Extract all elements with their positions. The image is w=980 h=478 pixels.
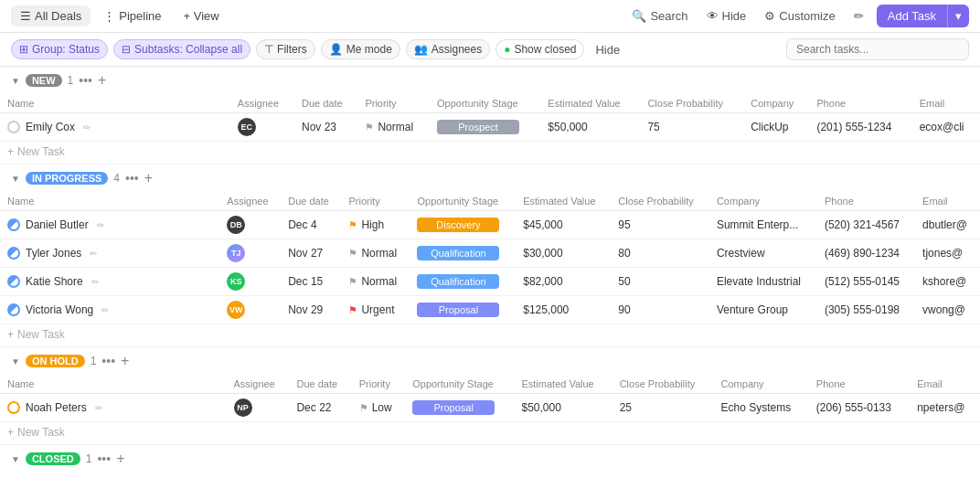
email-cell: vwong@ xyxy=(915,296,980,324)
table-row: Katie Shore ✏ KS Dec 15 ⚑ Normal Qualifi… xyxy=(0,268,980,296)
task-name-text[interactable]: Daniel Butler xyxy=(26,218,89,231)
task-edit-icon[interactable]: ✏ xyxy=(90,249,97,259)
task-edit-icon[interactable]: ✏ xyxy=(91,277,99,287)
priority-label: Normal xyxy=(378,121,413,133)
avatar: TJ xyxy=(227,244,245,262)
section-add-new[interactable]: + xyxy=(98,72,106,89)
search-tasks-input[interactable] xyxy=(786,38,969,60)
col-header-phone: Phone xyxy=(817,192,915,211)
section-dots-in-progress[interactable]: ••• xyxy=(125,171,139,186)
close-probability-cell: 95 xyxy=(611,211,709,239)
tab-view-label: + View xyxy=(184,9,219,23)
section-add-closed[interactable]: + xyxy=(116,451,124,467)
stage-cell: Discovery xyxy=(410,211,516,239)
search-action[interactable]: 🔍 Search xyxy=(626,6,693,26)
priority-flag: ⚑ Normal xyxy=(348,247,402,260)
task-edit-icon[interactable]: ✏ xyxy=(97,220,104,230)
section-add-on-hold[interactable]: + xyxy=(121,353,129,369)
tab-view[interactable]: + View xyxy=(175,5,229,27)
col-header-due-date: Due date xyxy=(294,94,357,113)
plus-icon: + xyxy=(7,426,14,439)
new-task-cell: + New Task xyxy=(0,422,980,445)
subtasks-chip[interactable]: ⊟ Subtasks: Collapse all xyxy=(113,39,250,59)
section-toggle-closed[interactable]: ▼ xyxy=(11,454,20,464)
search-icon: 🔍 xyxy=(632,9,646,23)
task-edit-icon[interactable]: ✏ xyxy=(101,305,109,315)
due-date-cell: Dec 15 xyxy=(281,268,341,296)
filters-chip[interactable]: ⊤ Filters xyxy=(256,39,315,59)
task-edit-icon[interactable]: ✏ xyxy=(83,122,91,133)
flag-icon: ⚑ xyxy=(359,402,368,414)
col-header-phone: Phone xyxy=(809,473,911,478)
section-toggle-new[interactable]: ▼ xyxy=(11,76,20,86)
email-cell: tjones@ xyxy=(915,239,980,268)
hide-action[interactable]: 👁 Hide xyxy=(701,6,752,26)
company-cell: Echo Systems xyxy=(714,394,809,422)
task-name-text[interactable]: Tyler Jones xyxy=(26,247,81,260)
task-circle xyxy=(7,401,20,414)
estimated-value-cell: $45,000 xyxy=(516,211,611,239)
flag-icon: ⚑ xyxy=(348,219,357,231)
add-task-arrow-icon[interactable]: ▾ xyxy=(947,5,969,27)
section-badge-on-hold: ON HOLD xyxy=(26,355,85,367)
estimated-value-cell: $50,000 xyxy=(540,113,640,142)
new-task-button[interactable]: + New Task xyxy=(7,426,973,439)
hide-text-label: Hide xyxy=(595,43,620,57)
group-status-chip[interactable]: ⊞ Group: Status xyxy=(11,39,108,59)
section-toggle-in-progress[interactable]: ▼ xyxy=(11,174,20,184)
assignees-chip[interactable]: 👥 Assignees xyxy=(406,39,490,59)
col-header-name: Name xyxy=(0,192,219,211)
col-header-company: Company xyxy=(714,375,809,394)
section-on-hold: ▼ ON HOLD 1 ••• + NameAssigneeDue datePr… xyxy=(0,347,980,445)
col-header-company: Company xyxy=(743,94,809,113)
new-task-button[interactable]: + New Task xyxy=(7,328,973,341)
task-name-text[interactable]: Emily Cox xyxy=(26,121,75,133)
stage-cell: Qualification xyxy=(410,268,516,296)
assignee-cell: TJ xyxy=(219,239,281,268)
stage-badge: Qualification xyxy=(417,274,499,289)
show-closed-chip[interactable]: ● Show closed xyxy=(495,39,584,59)
avatar: EC xyxy=(238,118,256,136)
assignee-cell: NP xyxy=(227,394,290,422)
section-dots-closed[interactable]: ••• xyxy=(97,451,111,466)
section-dots-on-hold[interactable]: ••• xyxy=(101,354,115,368)
task-name-text[interactable]: Victoria Wong xyxy=(26,303,93,316)
section-header-on-hold[interactable]: ▼ ON HOLD 1 ••• + xyxy=(0,347,980,375)
tab-pipeline[interactable]: ⋮ Pipeline xyxy=(94,5,170,27)
estimated-value-cell: $30,000 xyxy=(516,239,611,268)
assignees-label: Assignees xyxy=(431,43,482,56)
edit-action[interactable]: ✏ xyxy=(848,6,869,26)
col-header-close-probability: Close Probability xyxy=(640,94,743,113)
check-circle-icon: ● xyxy=(504,43,510,56)
company-cell: Summit Enterp... xyxy=(709,211,817,239)
section-dots-new[interactable]: ••• xyxy=(79,73,92,88)
add-task-button[interactable]: Add Task ▾ xyxy=(877,5,969,27)
task-name-text[interactable]: Katie Shore xyxy=(26,275,83,288)
stage-badge: Discovery xyxy=(417,218,499,232)
section-header-in-progress[interactable]: ▼ IN PROGRESS 4 ••• + xyxy=(0,165,980,192)
priority-flag: ⚑ Normal xyxy=(365,121,422,133)
avatar: KS xyxy=(227,272,245,291)
tab-all-deals[interactable]: ☰ All Deals xyxy=(11,5,91,27)
customize-action[interactable]: ⚙ Customize xyxy=(759,6,840,26)
col-header-email: Email xyxy=(915,192,980,211)
col-header-company: Company xyxy=(723,473,808,478)
section-header-closed[interactable]: ▼ CLOSED 1 ••• + xyxy=(0,445,980,473)
task-edit-icon[interactable]: ✏ xyxy=(95,403,102,413)
hide-button[interactable]: Hide xyxy=(590,40,625,59)
me-mode-chip[interactable]: 👤 Me mode xyxy=(321,39,400,59)
task-name-text[interactable]: Noah Peters xyxy=(26,401,87,414)
section-toggle-on-hold[interactable]: ▼ xyxy=(11,356,20,366)
priority-cell: ⚑ Normal xyxy=(341,268,410,296)
section-header-new[interactable]: ▼ NEW 1 ••• + xyxy=(0,67,980,94)
section-add-in-progress[interactable]: + xyxy=(144,170,153,186)
filter-icon: ⊤ xyxy=(264,43,273,56)
hide-label: Hide xyxy=(722,9,747,23)
new-task-row: + New Task xyxy=(0,324,980,347)
assignees-icon: 👥 xyxy=(414,43,428,56)
phone-cell: (469) 890-1234 xyxy=(817,239,915,268)
task-name-cell: Emily Cox ✏ xyxy=(0,113,230,142)
add-task-label: Add Task xyxy=(877,5,947,27)
new-task-button[interactable]: + New Task xyxy=(7,145,973,158)
col-header-assignee: Assignee xyxy=(227,375,290,394)
